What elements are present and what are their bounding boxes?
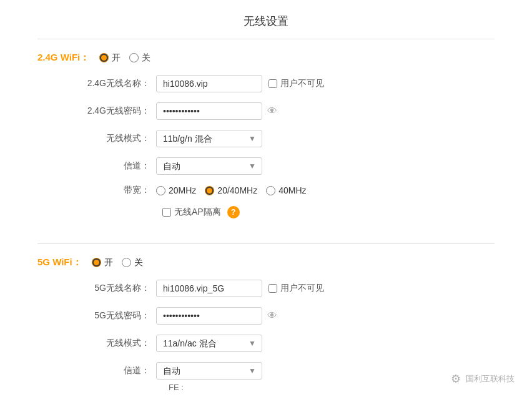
wifi24-on-label[interactable]: 开: [99, 52, 121, 64]
wifi5-pwd-row: 5G无线密码： 👁: [75, 307, 495, 325]
wifi24-ssid-input[interactable]: [156, 75, 262, 92]
wifi24-mode-select[interactable]: 11b/g/n 混合 11b/g 11n: [156, 130, 262, 147]
wifi24-pwd-input[interactable]: [156, 102, 262, 120]
wifi24-ap-wrap: 无线AP隔离 ?: [156, 206, 240, 218]
wifi24-section: 2.4G WiFi： 开 关 2.4G无线名称： 用户不可见 2.4G无线密码：: [0, 39, 532, 243]
wifi5-hidden-text: 用户不可见: [280, 283, 324, 294]
wifi24-bandwidth-label: 带宽：: [75, 185, 156, 196]
wifi24-channel-select[interactable]: 自动 123 456: [156, 157, 262, 175]
wifi5-on-text: 开: [104, 257, 113, 268]
bw2040-label[interactable]: 20/40MHz: [205, 185, 257, 195]
bw2040-radio[interactable]: [205, 186, 214, 195]
wifi24-on-text: 开: [112, 52, 121, 64]
wifi5-ssid-input[interactable]: [156, 280, 262, 297]
wifi5-on-label[interactable]: 开: [92, 257, 113, 268]
wifi24-help-icon[interactable]: ?: [227, 206, 240, 218]
wifi24-hidden-checkbox[interactable]: [268, 79, 277, 88]
wifi24-hidden-text: 用户不可见: [280, 78, 324, 89]
wifi24-form: 2.4G无线名称： 用户不可见 2.4G无线密码： 👁 无线模式： 11b/g/…: [75, 75, 495, 218]
wifi5-channel-wrap: 自动 36404448 ▼: [156, 362, 262, 380]
wifi24-off-text: 关: [142, 52, 150, 64]
wifi5-mode-wrap: 11a/n/ac 混合 11n 11ac ▼: [156, 335, 262, 352]
wifi5-channel-label: 信道：: [75, 365, 156, 376]
wifi5-channel-row: 信道： 自动 36404448 ▼: [75, 362, 495, 380]
wifi24-title: 2.4G WiFi：: [37, 52, 89, 64]
bw40-text: 40MHz: [278, 185, 306, 195]
wifi24-channel-wrap: 自动 123 456 ▼: [156, 157, 262, 175]
bw40-label[interactable]: 40MHz: [266, 185, 306, 195]
wifi24-eye-icon[interactable]: 👁: [267, 105, 277, 117]
wifi24-channel-label: 信道：: [75, 160, 156, 172]
wifi24-channel-row: 信道： 自动 123 456 ▼: [75, 157, 495, 175]
wifi5-title: 5G WiFi：: [37, 257, 82, 268]
wifi24-header: 2.4G WiFi： 开 关: [37, 52, 495, 64]
wifi5-hidden-checkbox[interactable]: [268, 284, 277, 293]
wifi24-ap-checkbox[interactable]: [162, 208, 171, 217]
wifi24-ap-label[interactable]: 无线AP隔离: [162, 207, 221, 218]
wifi24-mode-label: 无线模式：: [75, 133, 156, 144]
watermark-text: 国利互联科技: [466, 373, 515, 385]
bw20-label[interactable]: 20MHz: [156, 185, 196, 195]
wifi24-bandwidth-row: 带宽： 20MHz 20/40MHz 40MHz: [75, 185, 495, 196]
wifi5-channel-select[interactable]: 自动 36404448: [156, 362, 262, 380]
wifi5-eye-icon[interactable]: 👁: [267, 310, 277, 321]
wifi5-off-radio[interactable]: [122, 258, 131, 267]
wifi5-toggle: 开 关: [92, 257, 143, 268]
wifi5-pwd-label: 5G无线密码：: [75, 310, 156, 321]
wifi24-hidden-label[interactable]: 用户不可见: [268, 78, 324, 89]
wifi5-off-label[interactable]: 关: [122, 257, 143, 268]
bw2040-text: 20/40MHz: [217, 185, 257, 195]
bw20-radio[interactable]: [156, 186, 165, 195]
wifi5-form: 5G无线名称： 用户不可见 5G无线密码： 👁 无线模式： 11a/n/ac 混…: [75, 280, 495, 380]
wifi5-hidden-label[interactable]: 用户不可见: [268, 283, 324, 294]
wifi5-mode-row: 无线模式： 11a/n/ac 混合 11n 11ac ▼: [75, 335, 495, 352]
wifi5-off-text: 关: [134, 257, 143, 268]
wifi24-off-radio[interactable]: [129, 53, 139, 62]
wifi24-mode-wrap: 11b/g/n 混合 11b/g 11n ▼: [156, 130, 262, 147]
wifi24-pwd-row: 2.4G无线密码： 👁: [75, 102, 495, 120]
wifi24-toggle: 开 关: [99, 52, 150, 64]
page-title: 无线设置: [0, 0, 532, 39]
wifi24-pwd-label: 2.4G无线密码：: [75, 105, 156, 117]
wifi5-header: 5G WiFi： 开 关: [37, 257, 495, 268]
wifi24-ap-text: 无线AP隔离: [174, 207, 221, 218]
wifi24-ap-row: 无线AP隔离 ?: [75, 206, 495, 218]
fe-label: FE :: [169, 383, 184, 392]
wifi5-on-radio[interactable]: [92, 258, 101, 267]
bw40-radio[interactable]: [266, 186, 275, 195]
wifi24-on-radio[interactable]: [99, 53, 109, 62]
wifi24-bandwidth-group: 20MHz 20/40MHz 40MHz: [156, 185, 307, 195]
wifi24-ssid-row: 2.4G无线名称： 用户不可见: [75, 75, 495, 92]
bw20-text: 20MHz: [169, 185, 196, 195]
wifi24-off-label[interactable]: 关: [129, 52, 150, 64]
wifi24-ssid-label: 2.4G无线名称：: [75, 78, 156, 89]
wifi5-ssid-label: 5G无线名称：: [75, 283, 156, 294]
watermark: ⚙ 国利互联科技: [451, 372, 515, 386]
wifi5-mode-select[interactable]: 11a/n/ac 混合 11n 11ac: [156, 335, 262, 352]
wifi5-ssid-row: 5G无线名称： 用户不可见: [75, 280, 495, 297]
wifi5-mode-label: 无线模式：: [75, 338, 156, 349]
wifi5-pwd-input[interactable]: [156, 307, 262, 325]
wifi24-mode-row: 无线模式： 11b/g/n 混合 11b/g 11n ▼: [75, 130, 495, 147]
watermark-icon: ⚙: [451, 372, 461, 386]
